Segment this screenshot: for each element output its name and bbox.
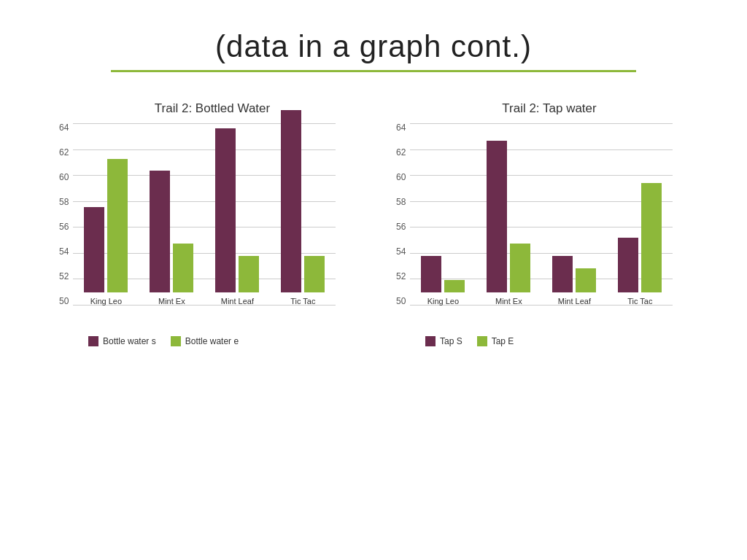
chart1-inner: King LeoMint ExMint LeafTic Tac (73, 123, 336, 327)
bar-s (421, 256, 441, 292)
legend-color-box (425, 336, 436, 346)
bar-group: Mint Leaf (552, 256, 596, 306)
y-axis-label: 56 (59, 222, 69, 231)
bar-s (552, 256, 573, 292)
bar-e (576, 268, 596, 292)
legend-item: Bottle water s (88, 336, 156, 346)
bar-s (215, 128, 236, 292)
y-axis-label: 62 (396, 148, 406, 157)
y-axis-label: 58 (396, 198, 406, 206)
y-axis-label: 58 (59, 198, 69, 206)
bar-group: Mint Ex (150, 171, 193, 306)
y-axis-label: 52 (59, 272, 69, 281)
y-axis-label: 64 (396, 123, 406, 132)
legend-label: Tap S (440, 336, 462, 346)
chart2-title: Trail 2: Tap water (502, 101, 596, 116)
page-title: (data in a graph cont.) (0, 29, 747, 64)
legend-label: Bottle water e (185, 336, 239, 346)
bars (215, 128, 259, 292)
chart2-bar-groups: King LeoMint ExMint LeafTic Tac (410, 123, 673, 306)
bar-e (173, 244, 193, 292)
bars (552, 256, 596, 292)
chart2-wrapper: Trail 2: Tap water 5052545658606264 King… (396, 101, 703, 346)
y-axis-label: 56 (396, 222, 406, 231)
chart1-legend: Bottle water sBottle water e (88, 336, 239, 346)
bar-e (641, 183, 662, 292)
legend-item: Bottle water e (171, 336, 239, 346)
bar-group-label: Mint Leaf (558, 297, 591, 306)
chart1-area: 5052545658606264 King LeoMint ExMint Lea… (59, 123, 336, 327)
chart1-wrapper: Trail 2: Bottled Water 5052545658606264 … (59, 101, 365, 346)
charts-container: Trail 2: Bottled Water 5052545658606264 … (0, 79, 747, 361)
bar-e (304, 256, 325, 292)
y-axis-label: 64 (59, 123, 69, 132)
y-axis-label: 52 (396, 272, 406, 281)
bar-group-label: King Leo (90, 297, 122, 306)
bar-s (281, 110, 301, 292)
bar-e (510, 244, 530, 292)
bar-group-label: King Leo (427, 297, 459, 306)
chart1-title: Trail 2: Bottled Water (155, 101, 270, 116)
bar-e (107, 159, 128, 292)
legend-label: Bottle water s (103, 336, 156, 346)
bar-group: Mint Ex (487, 141, 530, 306)
title-underline (111, 70, 636, 72)
bar-e (444, 280, 465, 292)
legend-color-box (477, 336, 487, 346)
chart2-legend: Tap STap E (425, 336, 514, 346)
legend-color-box (88, 336, 98, 346)
chart2-inner: King LeoMint ExMint LeafTic Tac (410, 123, 673, 327)
slide-page: (data in a graph cont.) Trail 2: Bottled… (0, 0, 747, 560)
bar-s (150, 171, 170, 292)
chart1-y-axis: 5052545658606264 (59, 123, 69, 327)
bar-s (618, 238, 638, 292)
bar-group: Tic Tac (618, 183, 662, 306)
bar-group-label: Tic Tac (290, 297, 315, 306)
bar-group: King Leo (84, 159, 128, 306)
bars (487, 141, 530, 292)
bar-s (84, 207, 104, 292)
bar-group-label: Mint Ex (495, 297, 522, 306)
bars (150, 171, 193, 292)
bars (618, 183, 662, 292)
chart1-bar-groups: King LeoMint ExMint LeafTic Tac (73, 123, 336, 306)
bar-group-label: Mint Ex (158, 297, 185, 306)
y-axis-label: 60 (396, 173, 406, 182)
y-axis-label: 50 (59, 297, 69, 306)
y-axis-label: 54 (396, 247, 406, 256)
y-axis-label: 60 (59, 173, 69, 182)
y-axis-label: 62 (59, 148, 69, 157)
bar-group: Mint Leaf (215, 128, 259, 306)
bar-group: King Leo (421, 256, 465, 306)
bars (281, 110, 325, 292)
legend-color-box (171, 336, 181, 346)
title-section: (data in a graph cont.) (0, 0, 747, 79)
bar-group-label: Tic Tac (627, 297, 652, 306)
legend-item: Tap E (477, 336, 514, 346)
bar-group-label: Mint Leaf (221, 297, 254, 306)
bars (421, 256, 465, 292)
y-axis-label: 50 (396, 297, 406, 306)
legend-item: Tap S (425, 336, 462, 346)
bar-e (239, 256, 259, 292)
bar-group: Tic Tac (281, 110, 325, 306)
bar-s (487, 141, 507, 292)
chart2-y-axis: 5052545658606264 (396, 123, 406, 327)
chart2-area: 5052545658606264 King LeoMint ExMint Lea… (396, 123, 673, 327)
y-axis-label: 54 (59, 247, 69, 256)
bars (84, 159, 128, 292)
legend-label: Tap E (492, 336, 514, 346)
